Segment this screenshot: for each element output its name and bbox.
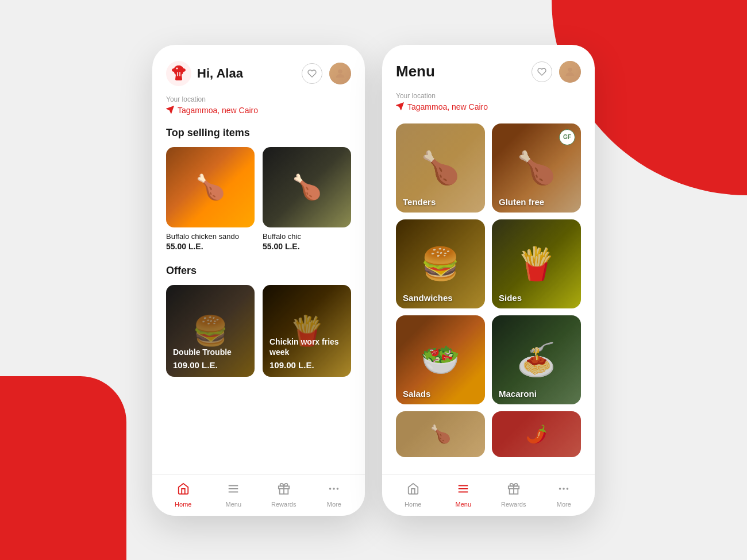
list-item[interactable]: 🍗 Buffalo chic 55.00 L.E. bbox=[263, 147, 351, 251]
user-avatar[interactable] bbox=[329, 63, 351, 84]
menu-nav-rewards[interactable]: Rewards bbox=[496, 482, 531, 508]
item-name: Buffalo chic bbox=[263, 232, 351, 241]
svg-point-10 bbox=[330, 488, 331, 489]
top-selling-title: Top selling items bbox=[166, 127, 351, 139]
nav-menu-label: Menu bbox=[225, 501, 241, 508]
bottom-nav: Home Menu Rewards More bbox=[152, 474, 365, 516]
macaroni-label: Macaroni bbox=[499, 389, 537, 399]
menu-nav-more[interactable]: More bbox=[546, 482, 581, 508]
menu-title: Menu bbox=[396, 63, 435, 80]
svg-marker-4 bbox=[167, 106, 174, 113]
offer-price: 109.00 L.E. bbox=[269, 360, 344, 370]
more-icon bbox=[328, 482, 340, 499]
nav-more[interactable]: More bbox=[317, 482, 351, 508]
svg-point-21 bbox=[560, 488, 561, 489]
location-value[interactable]: Tagammoa, new Cairo bbox=[166, 106, 351, 115]
offer-content-1: Double Trouble 109.00 L.E. bbox=[166, 340, 255, 376]
location-arrow-icon bbox=[166, 106, 174, 115]
nav-home[interactable]: Home bbox=[166, 482, 201, 508]
top-selling-items: 🍗 Buffalo chicken sando 55.00 L.E. 🍗 Buf… bbox=[166, 147, 351, 251]
menu-header-left: Menu bbox=[396, 63, 435, 80]
nav-menu[interactable]: Menu bbox=[216, 482, 251, 508]
menu-nav-menu-icon bbox=[457, 482, 469, 499]
svg-marker-15 bbox=[396, 103, 403, 110]
svg-point-13 bbox=[568, 67, 572, 71]
menu-nav-menu[interactable]: Menu bbox=[446, 482, 480, 508]
nav-rewards-label: Rewards bbox=[271, 501, 296, 508]
sides-label: Sides bbox=[499, 293, 522, 303]
menu-category-macaroni[interactable]: 🍝 Macaroni bbox=[492, 315, 581, 404]
header-left: Hi, Alaa bbox=[166, 61, 243, 86]
item-image-buffalo2: 🍗 bbox=[263, 147, 351, 227]
menu-icon bbox=[227, 482, 240, 499]
menu-nav-menu-label: Menu bbox=[455, 501, 471, 508]
menu-home-icon bbox=[407, 482, 419, 499]
menu-nav-home-label: Home bbox=[405, 501, 421, 508]
menu-category-partial-1[interactable]: 🍗 bbox=[396, 411, 485, 457]
menu-location-label: Your location bbox=[396, 92, 581, 100]
item-image-buffalo1: 🍗 bbox=[166, 147, 255, 227]
menu-category-sandwiches[interactable]: 🍔 Sandwiches bbox=[396, 219, 485, 308]
phone-home-content: Hi, Alaa Your location bbox=[152, 45, 365, 474]
chicken-logo-icon bbox=[166, 61, 191, 86]
menu-rewards-icon bbox=[507, 482, 520, 499]
menu-location-arrow-icon bbox=[396, 102, 404, 112]
offers-list: 🍔 Double Trouble 109.00 L.E. 🍟 Chickin w… bbox=[166, 285, 351, 377]
location-label: Your location bbox=[166, 95, 351, 103]
menu-categories-grid: 🍗 Tenders 🍗 Gluten free GF 🍔 Sandwiches bbox=[396, 123, 581, 404]
home-header: Hi, Alaa bbox=[166, 61, 351, 86]
menu-category-sides[interactable]: 🍟 Sides bbox=[492, 219, 581, 308]
avatar-image bbox=[329, 63, 351, 84]
menu-avatar-image bbox=[559, 61, 581, 83]
salads-label: Salads bbox=[403, 389, 430, 399]
phone-home: Hi, Alaa Your location bbox=[152, 45, 365, 516]
sandwiches-label: Sandwiches bbox=[403, 293, 453, 303]
item-name: Buffalo chicken sando bbox=[166, 232, 255, 241]
svg-point-23 bbox=[567, 488, 568, 489]
bg-blob-bottom-left bbox=[0, 376, 126, 560]
menu-bottom-nav: Home Menu Rewards More bbox=[382, 474, 595, 516]
menu-nav-more-label: More bbox=[557, 501, 571, 508]
menu-partial-row: 🍗 🌶️ bbox=[396, 411, 581, 457]
menu-header: Menu bbox=[396, 61, 581, 83]
offer-content-2: Chickin worx fries week 109.00 L.E. bbox=[263, 330, 351, 376]
menu-location-section: Your location Tagammoa, new Cairo bbox=[396, 92, 581, 112]
svg-point-2 bbox=[338, 69, 342, 73]
phone-menu: Menu Your location bbox=[382, 45, 595, 516]
menu-category-tenders[interactable]: 🍗 Tenders bbox=[396, 123, 485, 213]
menu-category-glutenfree[interactable]: 🍗 Gluten free GF bbox=[492, 123, 581, 213]
nav-more-label: More bbox=[327, 501, 341, 508]
location-text: Tagammoa, new Cairo bbox=[178, 106, 258, 115]
menu-nav-home[interactable]: Home bbox=[396, 482, 430, 508]
menu-category-salads[interactable]: 🥗 Salads bbox=[396, 315, 485, 404]
svg-point-12 bbox=[337, 488, 338, 489]
menu-location-value[interactable]: Tagammoa, new Cairo bbox=[396, 102, 581, 112]
glutenfree-label: Gluten free bbox=[499, 197, 544, 207]
nav-home-label: Home bbox=[175, 501, 191, 508]
menu-category-partial-2[interactable]: 🌶️ bbox=[492, 411, 581, 457]
menu-favorites-button[interactable] bbox=[532, 61, 552, 82]
svg-point-11 bbox=[333, 488, 334, 489]
gluten-badge: GF bbox=[559, 129, 575, 145]
menu-user-avatar[interactable] bbox=[559, 61, 581, 83]
item-price: 55.00 L.E. bbox=[166, 242, 255, 251]
header-right bbox=[302, 63, 351, 84]
favorites-button[interactable] bbox=[302, 63, 322, 84]
offers-title: Offers bbox=[166, 265, 351, 277]
nav-rewards[interactable]: Rewards bbox=[267, 482, 301, 508]
location-section: Your location Tagammoa, new Cairo bbox=[166, 95, 351, 115]
list-item[interactable]: 🍟 Chickin worx fries week 109.00 L.E. bbox=[263, 285, 351, 377]
offer-price: 109.00 L.E. bbox=[173, 360, 248, 370]
greeting-text: Hi, Alaa bbox=[197, 66, 243, 81]
item-price: 55.00 L.E. bbox=[263, 242, 351, 251]
home-icon bbox=[177, 482, 190, 499]
menu-more-icon bbox=[557, 482, 570, 499]
offer-name: Double Trouble bbox=[173, 347, 248, 357]
phones-container: Hi, Alaa Your location bbox=[152, 45, 595, 516]
menu-nav-rewards-label: Rewards bbox=[501, 501, 526, 508]
svg-point-22 bbox=[563, 488, 564, 489]
svg-point-1 bbox=[176, 67, 178, 69]
list-item[interactable]: 🍔 Double Trouble 109.00 L.E. bbox=[166, 285, 255, 377]
rewards-icon bbox=[278, 482, 290, 499]
list-item[interactable]: 🍗 Buffalo chicken sando 55.00 L.E. bbox=[166, 147, 255, 251]
